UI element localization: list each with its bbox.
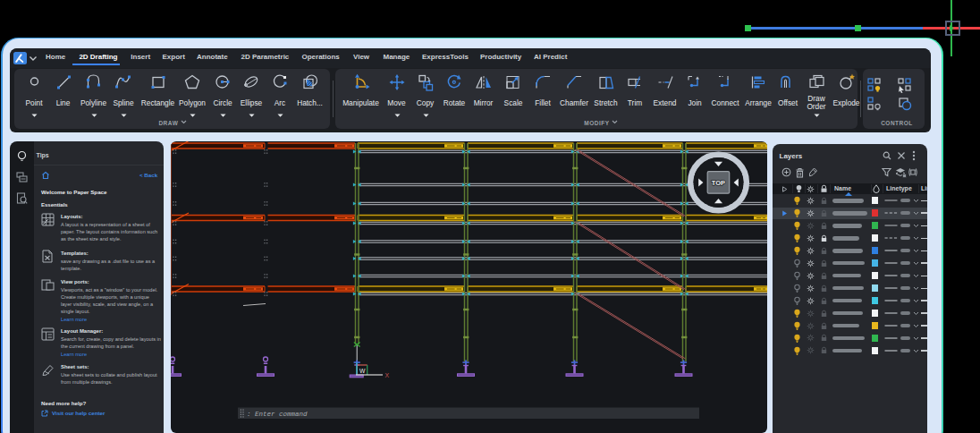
svg-text:X: X [385,372,390,378]
svg-text:: Enter command: : Enter command [247,411,308,418]
svg-text:TOP: TOP [712,179,725,187]
svg-text:W: W [359,368,366,374]
